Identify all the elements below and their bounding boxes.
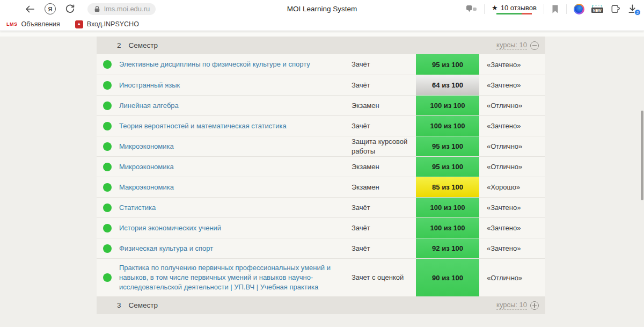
collections-button[interactable] [610,4,620,14]
reviews-count-label: 10 отзывов [501,4,537,12]
course-row: Элективные дисциплины по физической куль… [97,54,545,75]
back-arrow-icon [25,4,35,14]
status-dot-icon [103,163,112,171]
exam-type: Защита курсовой работы [352,137,416,156]
grade-text: «Отлично» [479,101,545,110]
exam-type: Экзамен [352,162,416,172]
status-dot-icon [103,273,112,282]
course-link[interactable]: Теория вероятностей и математическая ста… [119,117,352,135]
exam-type: Зачёт [352,203,416,213]
bookmark-label: Объявления [21,20,60,28]
semester-2-header: 2 Семестр курсы: 10 [97,37,545,54]
course-link[interactable]: История экономических учений [119,219,352,237]
score-badge: 100 из 100 [416,198,479,217]
grade-text: «Зачтено» [479,81,545,89]
semester-number: 2 [117,41,121,49]
status-dot-icon [103,224,112,232]
score-badge: 90 из 100 [416,259,479,296]
course-link[interactable]: Микроэкономика [119,137,352,156]
score-badge: 100 из 100 [416,218,479,238]
screenshot-tool-button[interactable]: NEW [591,5,603,13]
exam-type: Зачет с оценкой [352,273,416,282]
scrollbar-thumb[interactable] [641,111,643,200]
semester-number: 3 [117,301,121,309]
courses-count-link: курсы: 10 [496,301,527,310]
course-link[interactable]: Иностранный язык [119,76,352,95]
course-row: Микроэкономика Защита курсовой работы 95… [97,136,545,156]
course-row: Иностранный язык Зачёт 64 из 100 «Зачтен… [97,75,545,95]
bookmarks-bar: LMS Объявления ▲ Вход.INPSYCHO [0,18,644,31]
new-badge: NEW [591,8,603,13]
extension-button[interactable] [574,4,584,14]
pinned-tabs-button[interactable] [466,4,477,13]
course-link[interactable]: Практика по получению первичных професси… [119,259,352,296]
score-badge: 100 из 100 [416,116,479,136]
status-dot-icon [103,204,112,212]
page-content: 2 Семестр курсы: 10 Элективные дисциплин… [0,31,644,327]
status-dot-icon [103,142,112,151]
grade-text: «Зачтено» [479,61,545,69]
course-row: История экономических учений Зачёт 100 и… [97,217,545,238]
status-dot-icon [103,101,112,110]
semester-title: Семестр [129,41,158,49]
course-row: Линейная алгебра Экзамен 100 из 100 «Отл… [97,95,545,115]
toolbar-divider [544,4,544,14]
url-text: lms.moi.edu.ru [104,5,150,13]
bookmark-item-announcements[interactable]: LMS Объявления [6,20,60,28]
semester-3-header: 3 Семестр курсы: 10 [97,296,545,314]
grade-text: «Отлично» [479,163,545,171]
yandex-logo-icon: Я [45,3,56,14]
refresh-button[interactable] [65,4,75,14]
grade-text: «Зачтено» [479,122,545,130]
course-link[interactable]: Статистика [119,199,352,217]
bookmark-page-button[interactable] [551,4,559,14]
bookmark-item-inpsycho[interactable]: ▲ Вход.INPSYCHO [75,20,139,28]
grade-text: «Отлично» [479,274,545,282]
course-row: Практика по получению первичных професси… [97,258,545,296]
course-row: Статистика Зачёт 100 из 100 «Зачтено» [97,197,545,217]
site-reviews-button[interactable]: ★ 10 отзывов [492,4,537,14]
score-badge: 85 из 100 [416,177,479,197]
toolbar-divider [484,4,485,14]
exam-type: Экзамен [352,183,416,192]
expand-icon [530,301,539,310]
yandex-home-button[interactable]: Я [45,3,56,14]
downloads-count-badge: 2 [634,9,641,16]
status-dot-icon [103,244,112,253]
bookmark-label: Вход.INPSYCHO [87,20,139,28]
score-badge: 95 из 100 [416,136,479,156]
semester-3-courses-toggle[interactable]: курсы: 10 [496,301,539,310]
pins-icon [466,4,477,13]
collapse-icon [530,41,539,50]
semester-2-courses-toggle[interactable]: курсы: 10 [496,41,539,50]
grade-text: «Отлично» [479,142,545,150]
back-button[interactable] [25,4,35,14]
course-link[interactable]: Линейная алгебра [119,97,352,115]
course-row: Микроэкономика Экзамен 95 из 100 «Отличн… [97,156,545,177]
grade-text: «Хорошо» [479,183,545,191]
courses-count-link: курсы: 10 [496,41,527,50]
score-badge: 95 из 100 [416,157,479,177]
score-badge: 95 из 100 [416,54,479,75]
grades-table: Элективные дисциплины по физической куль… [97,54,545,296]
exam-type: Зачёт [352,60,416,69]
score-badge: 100 из 100 [416,96,479,115]
content-top-strip [0,31,644,37]
lock-icon [93,5,101,13]
course-link[interactable]: Микроэкономика [119,158,352,176]
semester-title: Семестр [129,301,158,309]
exam-type: Зачёт [352,244,416,253]
course-link[interactable]: Физическая культура и спорт [119,239,352,258]
grade-text: «Зачтено» [479,224,545,232]
exam-type: Зачёт [352,81,416,90]
course-row: Макроэкономика Экзамен 85 из 100 «Хорошо… [97,177,545,197]
address-bar[interactable]: lms.moi.edu.ru [87,3,156,15]
course-link[interactable]: Макроэкономика [119,178,352,197]
course-row: Теория вероятностей и математическая ста… [97,115,545,136]
exam-type: Экзамен [352,101,416,111]
score-badge: 92 из 100 [416,238,479,258]
course-link[interactable]: Элективные дисциплины по физической куль… [119,55,352,74]
score-badge: 64 из 100 [416,75,479,95]
downloads-button[interactable]: 2 [627,4,638,14]
refresh-icon [65,4,75,14]
